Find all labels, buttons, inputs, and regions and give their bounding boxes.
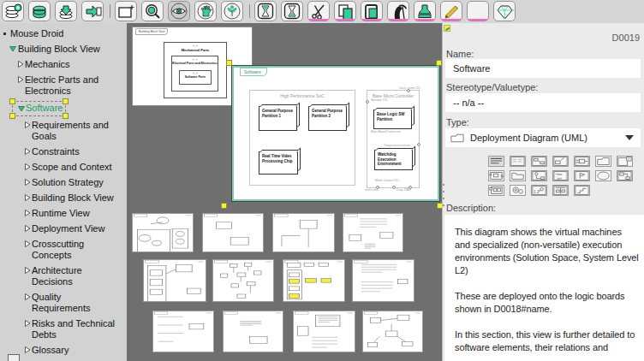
diagram-type-gears-icon[interactable] — [510, 185, 526, 196]
collapsed-arrow-icon[interactable] — [24, 194, 31, 201]
collapsed-arrow-icon[interactable] — [24, 240, 31, 247]
diagram-type-circuit-icon[interactable] — [574, 156, 590, 167]
diagram-type-swimlane-icon[interactable] — [552, 185, 569, 196]
block-mechanical-parts[interactable]: «..» Mechanical Parts «..» Electrical Pa… — [164, 42, 227, 98]
collapsed-arrow-icon[interactable] — [17, 61, 24, 68]
diagram-type-ports-wide-icon[interactable] — [488, 185, 504, 196]
blank-button[interactable] — [467, 1, 489, 21]
collapsed-arrow-icon[interactable] — [24, 320, 31, 327]
tree-item-architecture-decisions[interactable]: Architecture Decisions — [0, 265, 127, 287]
tree-item-scope-and-context[interactable]: Scope and Context — [0, 162, 127, 173]
diagram-type-meta-icon[interactable]: «meta» — [552, 170, 569, 181]
diagram-page-software-selected[interactable]: Software ··· High Performance SoC Genera… — [231, 65, 440, 202]
grow-tool-button[interactable] — [221, 1, 243, 21]
history-button[interactable] — [281, 1, 303, 21]
diagram-thumbnail-10[interactable] — [223, 311, 283, 352]
diagram-type-flag-icon[interactable] — [574, 170, 590, 181]
node-general-purpose-partition-2[interactable]: General Purpose Partition 2 — [308, 106, 347, 131]
diagram-type-matrix12-icon[interactable]: 1 2 — [531, 185, 547, 196]
diagram-thumbnail-8[interactable] — [352, 259, 414, 302]
expanded-arrow-icon[interactable] — [18, 105, 25, 112]
tree-item-deployment-view[interactable]: Deployment View — [0, 223, 127, 234]
diagram-type-boxes-link-icon[interactable] — [531, 156, 547, 167]
tree-item-mouse-droid[interactable]: Mouse Droid — [0, 28, 127, 39]
view-tool-button[interactable] — [168, 1, 190, 21]
tree-item-mechanics[interactable]: Mechanics — [0, 59, 127, 70]
block-electrical-parts[interactable]: «..» Electrical Parts and Electronics «.… — [171, 56, 218, 92]
description-editor[interactable]: This diagram shows the virtual machines … — [444, 215, 644, 361]
diagram-thumbnail-2[interactable] — [202, 213, 264, 252]
diagram-canvas[interactable]: Building Block View ··· «..» Mechanical … — [127, 23, 442, 361]
diagram-thumbnail-1[interactable] — [132, 213, 194, 252]
stereotype-field[interactable]: -- n/a -- — [445, 93, 641, 112]
collapsed-arrow-icon[interactable] — [24, 267, 31, 274]
splitter-handle[interactable] — [443, 184, 445, 206]
diagram-thumbnail-12[interactable] — [362, 311, 423, 352]
tree-item-crosscutting-concepts[interactable]: Crosscutting Concepts — [0, 239, 127, 261]
collapsed-arrow-icon[interactable] — [24, 179, 31, 186]
collapsed-arrow-icon[interactable] — [24, 346, 31, 353]
collapsed-arrow-icon[interactable] — [24, 225, 31, 232]
note-icon[interactable] — [444, 25, 450, 32]
diagram-type-list2-icon[interactable] — [510, 156, 526, 167]
pan-tool-button[interactable] — [194, 1, 217, 21]
zoom-tool-button[interactable] — [141, 1, 164, 21]
collapsed-arrow-icon[interactable] — [24, 148, 31, 155]
stamp-button[interactable] — [414, 1, 436, 21]
tree-item-building-block-view[interactable]: Building Block View — [0, 192, 127, 204]
tree-item-solution-strategy[interactable]: Solution Strategy — [0, 177, 127, 188]
diagram-type-frame-arrow-icon[interactable] — [552, 156, 569, 167]
delete-button[interactable] — [387, 1, 409, 21]
tree-item-building-block-view[interactable]: Building Block View — [0, 44, 127, 55]
node-general-purpose-partition-1[interactable]: General Purpose Partition 1 — [259, 106, 297, 131]
node-base-logic-sw-partition[interactable]: Base Logic SW Partition — [373, 109, 412, 129]
collapsed-arrow-icon[interactable] — [24, 293, 31, 300]
tree-item-runtime-view[interactable]: Runtime View — [0, 208, 127, 219]
diagram-thumbnail-6[interactable] — [212, 259, 274, 302]
diagram-type-linked-icon[interactable] — [617, 170, 633, 181]
node-real-time-video-processing-chip[interactable]: Real Time Video Processing Chip — [259, 151, 298, 175]
selection-handle[interactable] — [226, 60, 232, 66]
block-software-parts[interactable]: «..» Software Parts — [179, 70, 212, 85]
collapsed-arrow-icon[interactable] — [24, 121, 31, 128]
paste-button[interactable] — [361, 1, 383, 21]
history-back-button[interactable] — [254, 1, 277, 21]
diagram-thumbnail-5[interactable] — [143, 259, 206, 302]
tree-item-risks-and-technical-debts[interactable]: Risks and Technical Debts — [0, 318, 127, 340]
collapsed-arrow-icon[interactable] — [24, 163, 31, 170]
diagram-type-stair-icon[interactable] — [574, 185, 590, 196]
copy-button[interactable] — [334, 1, 356, 21]
cut-button[interactable] — [307, 1, 330, 21]
tree-item-quality-requirements[interactable]: Quality Requirements — [0, 292, 127, 314]
name-field[interactable]: Software — [445, 59, 641, 78]
diagram-type-ports-icon[interactable] — [488, 170, 504, 181]
collapsed-arrow-icon[interactable] — [24, 210, 31, 216]
type-dropdown[interactable]: Deployment Diagram (UML) — [445, 128, 641, 147]
group-high-performance-soc[interactable]: High Performance SoC General Purpose Par… — [249, 90, 355, 186]
group-base-micro-controller[interactable]: Base Micro Controller Base Logic SW Part… — [367, 90, 420, 188]
collapsed-arrow-icon[interactable] — [17, 76, 24, 83]
tree-item-software[interactable]: Software — [0, 101, 127, 116]
diagram-thumbnail-7[interactable] — [283, 259, 345, 302]
model-export-button[interactable] — [81, 1, 104, 21]
diagram-type-lollipop-icon[interactable] — [531, 170, 547, 181]
selection-handle[interactable] — [221, 203, 227, 209]
tree-item-constraints[interactable]: Constraints — [0, 146, 127, 157]
model-import-button[interactable] — [55, 1, 77, 21]
edit-button[interactable] — [440, 1, 462, 21]
node-watchdog-execution-environment[interactable]: Watchdog Execution Environment — [374, 150, 413, 170]
diagram-type-folder2-icon[interactable] — [510, 170, 526, 181]
diagram-type-class-note-icon[interactable] — [617, 156, 633, 167]
new-diagram-button[interactable] — [115, 1, 137, 21]
gem-button[interactable] — [493, 1, 516, 21]
selection-handle[interactable] — [436, 60, 442, 66]
diagram-type-ellipse-icon[interactable] — [595, 170, 611, 181]
diagram-thumbnail-9[interactable] — [152, 311, 214, 352]
expanded-arrow-icon[interactable] — [9, 45, 16, 52]
diagram-thumbnail-4[interactable] — [343, 213, 403, 252]
diagram-thumbnail-3[interactable] — [272, 213, 335, 252]
model-new-button[interactable] — [2, 1, 24, 21]
tree-item-electric-parts-and-electronics[interactable]: Electric Parts and Electronics — [0, 74, 127, 97]
tree-item-requirements-and-goals[interactable]: Requirements and Goals — [0, 120, 127, 142]
diagram-thumbnail-11[interactable] — [293, 311, 355, 352]
